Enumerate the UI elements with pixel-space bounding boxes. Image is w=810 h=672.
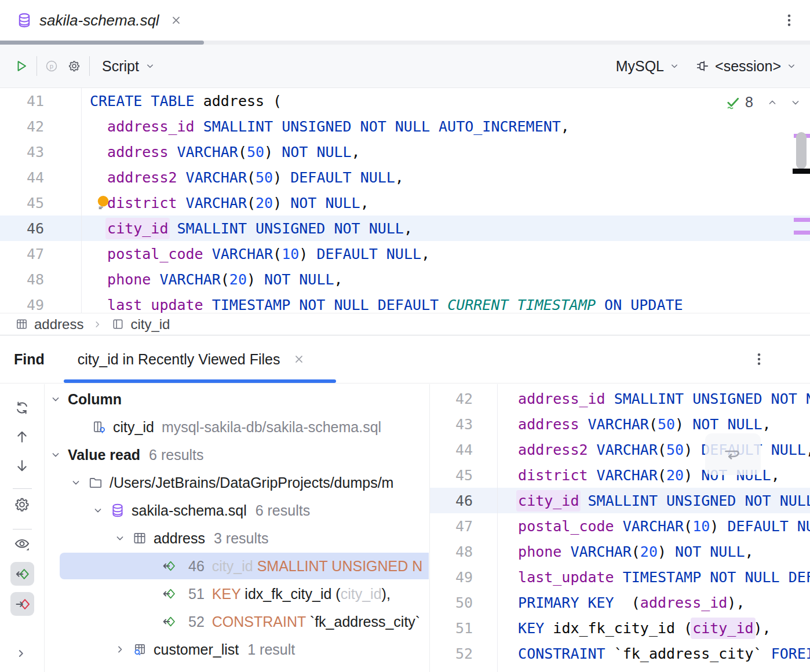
breadcrumb-table[interactable]: address <box>15 316 83 333</box>
line-number: 42 <box>430 390 497 407</box>
editor-line[interactable]: 43 address VARCHAR(50) NOT NULL, <box>0 139 810 165</box>
code-line[interactable]: city_id SMALLINT UNSIGNED NOT NULL, <box>497 492 810 509</box>
previous-occurrence-icon[interactable] <box>14 429 30 445</box>
tree-item-label: address <box>154 530 205 547</box>
chevron-down-icon[interactable] <box>786 60 797 72</box>
errorstripe-match-mark[interactable] <box>794 231 810 235</box>
breadcrumb-table-label: address <box>34 316 83 333</box>
prev-highlight-icon[interactable] <box>766 96 779 109</box>
editor-line[interactable]: 44 address2 VARCHAR(50) DEFAULT NULL, <box>0 165 810 190</box>
tab-close-icon[interactable] <box>293 353 305 366</box>
preview-line[interactable]: 51 KEY idx_fk_city_id (city_id), <box>430 615 810 641</box>
chevron-down-icon[interactable] <box>92 504 104 517</box>
code-line[interactable]: phone VARCHAR(20) NOT NULL, <box>497 543 754 560</box>
chevron-down-icon[interactable] <box>114 532 126 545</box>
session-dropdown[interactable]: <session> <box>715 58 781 75</box>
tree-row[interactable]: customer_list1 result <box>45 636 429 663</box>
tree-row[interactable]: address3 results <box>45 524 429 552</box>
chevron-down-icon[interactable] <box>669 60 680 72</box>
code-line[interactable]: CONSTRAINT `fk_address_city` FOREIGN <box>497 645 810 662</box>
code-line[interactable]: city_id SMALLINT UNSIGNED NOT NULL, <box>81 220 413 237</box>
show-write-access-toggle[interactable] <box>10 592 34 616</box>
preview-line[interactable]: 52 CONSTRAINT `fk_address_city` FOREIGN <box>430 641 810 666</box>
code-line[interactable]: phone VARCHAR(20) NOT NULL, <box>81 271 343 288</box>
editor-line[interactable]: 47 postal_code VARCHAR(10) DEFAULT NULL, <box>0 241 810 266</box>
show-read-access-toggle[interactable] <box>10 562 34 586</box>
line-number: 46 <box>0 220 81 237</box>
find-settings-gear-icon[interactable] <box>14 496 30 513</box>
folder-icon <box>88 475 103 490</box>
preview-line[interactable]: 53)ENGINE=InnoDB DEFAULT CHARSET=utf8 <box>430 666 810 672</box>
preview-line[interactable]: 46 city_id SMALLINT UNSIGNED NOT NULL, <box>430 488 810 513</box>
code-line[interactable]: address VARCHAR(50) NOT NULL, <box>497 416 771 433</box>
next-occurrence-icon[interactable] <box>14 458 30 474</box>
chevron-down-icon[interactable] <box>70 476 82 489</box>
chevron-right-icon[interactable] <box>114 643 126 656</box>
tree-row[interactable]: 51KEY idx_fk_city_id (city_id), <box>45 580 429 608</box>
code-line[interactable]: postal_code VARCHAR(10) DEFAULT NULL, <box>497 518 810 535</box>
preview-eye-icon[interactable] <box>14 536 30 552</box>
preview-line[interactable]: 48 phone VARCHAR(20) NOT NULL, <box>430 539 810 564</box>
expand-toolbar-icon[interactable] <box>14 647 28 660</box>
tree-row[interactable]: /Users/JetBrains/DataGripProjects/dumps/… <box>45 469 429 496</box>
tree-row[interactable]: city_idmysql-sakila-db/sakila-schema.sql <box>45 413 429 441</box>
chevron-down-icon[interactable] <box>49 393 62 406</box>
next-highlight-icon[interactable] <box>789 96 802 109</box>
code-line[interactable]: district VARCHAR(20) NOT NULL, <box>81 195 369 211</box>
line-number: 41 <box>0 93 81 109</box>
soft-wrap-hint-button[interactable] <box>705 433 761 475</box>
preview-line[interactable]: 50 PRIMARY KEY (address_id), <box>430 590 810 615</box>
code-line[interactable]: address VARCHAR(50) NOT NULL, <box>81 144 360 160</box>
line-number: 52 <box>430 645 497 662</box>
code-line[interactable]: PRIMARY KEY (address_id), <box>497 594 745 611</box>
tree-row[interactable]: Value read6 results <box>45 441 429 469</box>
code-line[interactable]: address_id SMALLINT UNSIGNED NOT NULL AU… <box>81 118 570 135</box>
dialect-dropdown[interactable]: MySQL <box>616 58 664 75</box>
tab-close-icon[interactable] <box>170 14 183 27</box>
breadcrumb-column[interactable]: city_id <box>111 316 170 333</box>
find-kebab-menu-icon[interactable] <box>751 351 767 367</box>
window-kebab-menu-icon[interactable] <box>781 12 797 28</box>
tabstrip-scroll-thumb[interactable] <box>0 41 204 45</box>
find-results-tab[interactable]: city_id in Recently Viewed Files <box>78 351 306 368</box>
preview-line[interactable]: 49 last_update TIMESTAMP NOT NULL DEFAUL… <box>430 564 810 590</box>
editor-lines: 41CREATE TABLE address (42 address_id SM… <box>0 88 810 313</box>
chevron-down-icon[interactable] <box>49 448 62 461</box>
line-number: 45 <box>0 195 81 211</box>
tree-row[interactable]: 52CONSTRAINT `fk_address_city` <box>45 608 429 636</box>
tree-row[interactable]: sakila-schema.sql6 results <box>45 496 429 524</box>
editor-line[interactable]: 46 city_id SMALLINT UNSIGNED NOT NULL, <box>0 216 810 241</box>
code-line[interactable]: postal_code VARCHAR(10) DEFAULT NULL, <box>81 246 430 262</box>
rerun-search-icon[interactable] <box>14 400 30 416</box>
editor-line[interactable]: 42 address_id SMALLINT UNSIGNED NOT NULL… <box>0 114 810 139</box>
tab-sakila-schema[interactable]: sakila-schema.sql <box>16 0 183 41</box>
chevron-down-icon[interactable] <box>144 60 156 72</box>
code-line[interactable]: address2 VARCHAR(50) DEFAULT NULL, <box>81 169 404 186</box>
code-line[interactable]: last_update TIMESTAMP NOT NULL DEFAULT C… <box>81 297 683 313</box>
code-line[interactable]: last_update TIMESTAMP NOT NULL DEFAULT C… <box>497 569 810 586</box>
toolbar-divider <box>13 488 32 489</box>
code-line[interactable]: CREATE TABLE address ( <box>81 93 282 109</box>
preview-line[interactable]: 42 address_id SMALLINT UNSIGNED NOT NULL… <box>430 386 810 411</box>
find-panel-header: Find city_id in Recently Viewed Files <box>0 335 810 384</box>
errorstripe-caret-mark[interactable] <box>793 169 810 174</box>
intention-bulb-icon[interactable] <box>95 193 111 211</box>
tree-row[interactable]: 46city_id SMALLINT UNSIGNED N <box>45 552 429 580</box>
tree-row[interactable]: Column <box>45 385 429 413</box>
sql-editor[interactable]: 41CREATE TABLE address (42 address_id SM… <box>0 88 810 313</box>
settings-gear-icon[interactable] <box>68 60 81 72</box>
editor-line[interactable]: 45 district VARCHAR(20) NOT NULL, <box>0 190 810 216</box>
preview-line[interactable]: 47 postal_code VARCHAR(10) DEFAULT NULL, <box>430 513 810 539</box>
editor-line[interactable]: 49 last_update TIMESTAMP NOT NULL DEFAUL… <box>0 292 810 313</box>
editor-line[interactable]: 48 phone VARCHAR(20) NOT NULL, <box>0 266 810 292</box>
editor-scrollbar-thumb[interactable] <box>796 132 807 169</box>
errorstripe-match-mark[interactable] <box>794 218 810 222</box>
run-script-button[interactable] <box>14 59 28 73</box>
editor-line[interactable]: 41CREATE TABLE address ( <box>0 88 810 114</box>
profiler-icon[interactable]: p <box>45 60 58 72</box>
code-line[interactable]: address2 VARCHAR(50) DEFAULT NULL, <box>497 441 810 458</box>
code-line[interactable]: KEY idx_fk_city_id (city_id), <box>497 620 771 637</box>
script-dropdown[interactable]: Script <box>102 58 139 75</box>
code-line[interactable]: address_id SMALLINT UNSIGNED NOT NULL AU… <box>497 390 810 407</box>
find-preview-pane[interactable]: 42 address_id SMALLINT UNSIGNED NOT NULL… <box>429 384 810 672</box>
